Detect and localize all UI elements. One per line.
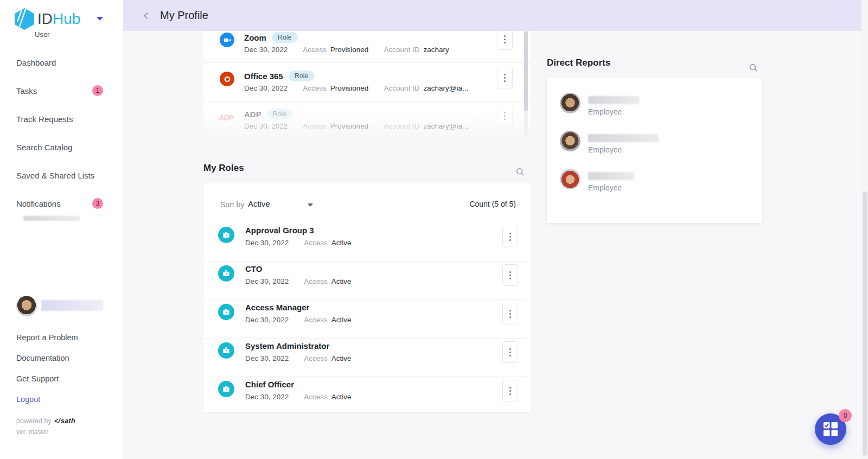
my-roles-title: My Roles (203, 163, 244, 174)
account-id-value: zachary@ia... (423, 122, 468, 130)
get-support-link[interactable]: Get Support (16, 374, 59, 383)
access-label: Access (303, 46, 327, 54)
briefcase-role-icon (218, 265, 234, 282)
access-value: Provisioned (330, 122, 369, 130)
role-date: Dec 30, 2022 (245, 354, 289, 362)
page-header: My Profile (123, 0, 861, 31)
back-button[interactable] (142, 11, 151, 21)
role-actions-kebab-icon[interactable] (502, 341, 518, 363)
role-row: Access Manager Dec 30, 2022 Access Activ… (203, 299, 531, 339)
notifications-count-badge: 3 (92, 198, 103, 209)
role-row: System Administrator Dec 30, 2022 Access… (203, 338, 531, 377)
logo-wordmark: IDHub (37, 10, 80, 28)
access-value: Provisioned (330, 46, 369, 54)
role-name: Approval Group 3 (245, 226, 314, 235)
role-name: System Administrator (245, 341, 329, 350)
access-value: Active (331, 239, 352, 247)
sath-logo-text: sath (61, 417, 75, 425)
redacted-report-name-bar (588, 134, 659, 142)
cart-count-badge: 0 (839, 409, 852, 422)
roles-search-icon[interactable] (515, 167, 525, 179)
page-title: My Profile (160, 9, 208, 22)
app-list-scrollbar[interactable] (524, 31, 528, 137)
sidebar-item-tasks[interactable]: Tasks (16, 86, 37, 95)
role-badge: Role (267, 109, 293, 119)
page-scrollbar-thumb[interactable] (863, 192, 867, 456)
report-role-label: Employee (588, 183, 622, 192)
version-label: ver. master (16, 428, 48, 436)
role-actions-kebab-icon[interactable] (502, 226, 518, 247)
app-name: ADP (244, 110, 261, 119)
hexagon-logo-icon (14, 8, 35, 30)
role-badge: Role (289, 71, 315, 81)
idhub-logo[interactable]: IDHub (14, 8, 80, 30)
office365-app-icon (220, 72, 234, 86)
app-actions-kebab-icon[interactable] (497, 67, 513, 88)
access-value: Active (331, 393, 352, 401)
grid-check-icon (823, 422, 838, 437)
sidebar-item-notifications[interactable]: Notifications (16, 199, 61, 208)
sidebar-item-saved-shared-lists[interactable]: Saved & Shared Lists (16, 171, 94, 180)
briefcase-role-icon (218, 342, 234, 359)
account-id-label: Account ID (384, 84, 419, 92)
role-row: Approval Group 3 Dec 30, 2022 Access Act… (203, 222, 531, 262)
report-a-problem-link[interactable]: Report a Problem (16, 333, 78, 342)
sidebar-item-search-catalog[interactable]: Search Catalog (16, 143, 72, 152)
sidebar-item-track-requests[interactable]: Track Requests (16, 114, 73, 124)
access-value: Active (331, 354, 352, 362)
sort-select[interactable]: Active (248, 199, 270, 208)
account-id-value: zachary@ia... (423, 84, 468, 92)
direct-reports-search-icon[interactable] (749, 63, 758, 75)
powered-by: powered by </ sath (16, 417, 75, 425)
app-date: Dec 30, 2022 (244, 84, 288, 92)
documentation-link[interactable]: Documentation (16, 354, 69, 362)
access-label: Access (304, 239, 328, 247)
sort-by-label: Sort by (220, 200, 244, 209)
role-name: Chief Officer (245, 380, 294, 389)
briefcase-role-icon (218, 227, 234, 243)
access-label: Access (303, 122, 327, 130)
app-name: Zoom (244, 33, 266, 42)
role-row: Chief Officer Dec 30, 2022 Access Active (203, 377, 531, 415)
logo-id-text: ID (37, 10, 53, 27)
access-value: Active (331, 316, 352, 324)
role-badge: Role (272, 32, 298, 43)
my-roles-card: Sort by Active Count (5 of 5) Approval G… (203, 183, 531, 412)
briefcase-role-icon (218, 304, 234, 320)
sidebar: IDHub User Dashboard Tasks 1 Track Reque… (0, 0, 123, 459)
adp-app-icon: ADP (219, 110, 233, 125)
row-divider (203, 62, 531, 63)
role-actions-kebab-icon[interactable] (502, 380, 518, 401)
role-name: CTO (245, 264, 262, 273)
workspace-dropdown-caret-icon[interactable] (97, 17, 103, 21)
redacted-report-name-bar (588, 172, 634, 180)
sort-caret-icon[interactable] (308, 203, 313, 207)
powered-by-label: powered by (16, 417, 52, 425)
app-actions-kebab-icon[interactable] (497, 105, 513, 126)
account-id-label: Account ID (384, 46, 419, 54)
adp-logo-text: ADP (219, 113, 233, 122)
role-date: Dec 30, 2022 (245, 316, 289, 324)
redacted-user-name-bar (41, 300, 103, 311)
role-date: Dec 30, 2022 (245, 277, 289, 285)
app-actions-kebab-icon[interactable] (497, 31, 513, 50)
app-date: Dec 30, 2022 (244, 122, 288, 130)
access-label: Access (304, 393, 328, 401)
briefcase-role-icon (218, 381, 234, 397)
chevron-left-icon (142, 11, 151, 21)
tasks-count-badge: 1 (92, 85, 103, 96)
logout-link[interactable]: Logout (16, 395, 40, 404)
access-value: Active (331, 277, 352, 285)
report-role-label: Employee (588, 107, 622, 116)
role-actions-kebab-icon[interactable] (502, 303, 518, 324)
sidebar-item-dashboard[interactable]: Dashboard (16, 58, 56, 67)
role-actions-kebab-icon[interactable] (502, 264, 518, 286)
my-applications-card: Zoom Role Dec 30, 2022 Access Provisione… (203, 31, 531, 140)
current-user-avatar[interactable] (16, 296, 37, 316)
account-id-value: zachary (423, 46, 449, 54)
direct-reports-card: Employee Employee Employee (547, 78, 762, 223)
report-avatar (560, 169, 580, 189)
access-label: Access (304, 277, 328, 285)
app-list-scrollbar-thumb[interactable] (524, 31, 528, 111)
app-date: Dec 30, 2022 (244, 46, 288, 54)
